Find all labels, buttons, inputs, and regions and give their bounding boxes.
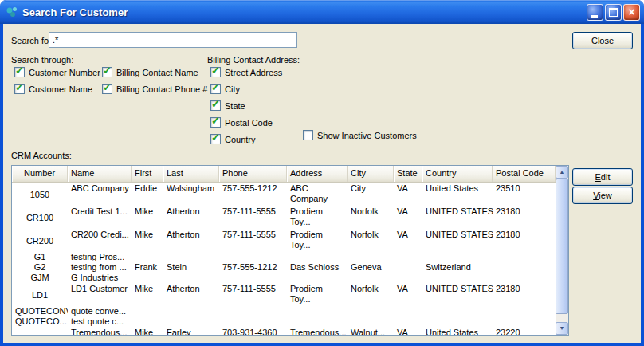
table-row[interactable]: LD1LD1 CustomerMikeAtherton757-111-5555P…	[12, 283, 556, 306]
cell-first	[132, 306, 163, 317]
view-button-label: View	[593, 191, 612, 200]
checkbox-customer-name[interactable]: ✓Customer Name	[14, 81, 100, 97]
cell-first	[132, 273, 163, 283]
check-icon: ✓	[211, 132, 220, 143]
search-through-col1: ✓Customer Number✓Customer Name	[14, 64, 100, 97]
cell-city	[348, 273, 394, 283]
titlebar[interactable]: Search For Customer ×	[0, 0, 644, 24]
checkbox-box[interactable]	[303, 130, 313, 140]
column-header-first[interactable]: First	[132, 166, 163, 182]
checkbox-box[interactable]: ✓	[14, 67, 25, 77]
check-icon: ✓	[15, 82, 24, 92]
cell-last: Farley	[163, 327, 219, 335]
table-row[interactable]: Tremendous...MikeFarley703-931-4360Treme…	[12, 327, 556, 335]
cell-name: ABC Company	[68, 183, 132, 206]
checkbox-customer-number[interactable]: ✓Customer Number	[14, 64, 100, 81]
checkbox-box[interactable]: ✓	[210, 117, 221, 128]
checkbox-label: Postal Code	[225, 118, 273, 128]
column-header-number[interactable]: Number	[12, 166, 68, 182]
checkbox-box[interactable]: ✓	[102, 67, 112, 77]
cell-city: Norfolk	[348, 206, 394, 229]
checkbox-box[interactable]: ✓	[210, 134, 221, 144]
checkbox-street-address[interactable]: ✓Street Address	[210, 64, 282, 81]
table-row[interactable]: CR200CR200 Credi...MikeAtherton757-111-5…	[12, 229, 556, 252]
cell-phone	[219, 252, 287, 262]
cell-state: VA	[394, 327, 422, 335]
checkbox-show-inactive-customers[interactable]: Show Inactive Customers	[303, 127, 417, 144]
check-icon: ✓	[211, 99, 220, 109]
cell-country	[422, 306, 493, 317]
checkbox-billing-contact-name[interactable]: ✓Billing Contact Name	[102, 64, 207, 81]
window-controls: ×	[587, 4, 640, 21]
table-row[interactable]: QUOTECO...test quote c...	[12, 317, 556, 327]
cell-state	[394, 317, 422, 327]
table-row[interactable]: QUOTECONVquote conve...	[12, 306, 556, 317]
column-header-name[interactable]: Name	[68, 166, 132, 182]
cell-state	[394, 252, 422, 262]
scrollbar-thumb[interactable]	[556, 179, 568, 314]
cell-country: UNITED STATES	[422, 283, 493, 306]
checkbox-billing-contact-phone[interactable]: ✓Billing Contact Phone #	[102, 81, 207, 97]
cell-phone	[219, 273, 287, 283]
close-dialog-button[interactable]: Close	[572, 32, 633, 49]
vertical-scrollbar[interactable]: ▲ ▼	[556, 166, 568, 335]
search-input[interactable]	[49, 32, 297, 48]
table-row[interactable]: 1050ABC CompanyEddieWalsingham757-555-12…	[12, 183, 556, 206]
close-window-button[interactable]: ×	[623, 4, 640, 21]
checkbox-box[interactable]: ✓	[102, 84, 112, 94]
cell-last	[163, 306, 219, 317]
cell-state: VA	[394, 206, 422, 229]
crm-accounts-table: NumberNameFirstLastPhoneAddressCityState…	[11, 165, 569, 336]
checkbox-box[interactable]: ✓	[210, 84, 221, 94]
cell-number: GJM	[12, 273, 68, 283]
edit-button[interactable]: Edit	[572, 168, 633, 186]
cell-country: United States	[422, 183, 493, 206]
window-title: Search For Customer	[22, 6, 587, 18]
minimize-button[interactable]	[587, 4, 603, 21]
column-header-last[interactable]: Last	[163, 166, 219, 182]
billing-address-col: ✓Street Address✓City✓State✓Postal Code✓C…	[210, 64, 282, 147]
column-header-phone[interactable]: Phone	[219, 166, 287, 182]
table-row[interactable]: G1testing Pros...	[12, 252, 556, 262]
checkbox-city[interactable]: ✓City	[210, 81, 282, 97]
cell-last	[163, 273, 219, 283]
cell-country: Switzerland	[422, 262, 493, 273]
cell-address: ABC Company Street Addr...	[287, 183, 348, 206]
checkbox-box[interactable]: ✓	[210, 67, 221, 77]
table-row[interactable]: G2testing from ...FrankStein757-555-1212…	[12, 262, 556, 273]
table-row[interactable]: GJMG Industries	[12, 273, 556, 283]
search-through-col2: ✓Billing Contact Name✓Billing Contact Ph…	[102, 64, 207, 97]
cell-city: City	[348, 183, 394, 206]
cell-first: Mike	[132, 327, 163, 335]
cell-name: testing Pros...	[68, 252, 132, 262]
table-body: 1050ABC CompanyEddieWalsingham757-555-12…	[12, 183, 556, 335]
column-header-address[interactable]: Address	[287, 166, 348, 182]
check-icon: ✓	[103, 82, 112, 92]
checkbox-box[interactable]: ✓	[14, 84, 25, 94]
column-header-country[interactable]: Country	[422, 166, 493, 182]
cell-city: Norfolk	[348, 283, 394, 306]
app-gears-icon	[5, 5, 19, 19]
scrollbar-track[interactable]	[556, 179, 568, 322]
cell-postal-code	[493, 252, 556, 262]
checkbox-state[interactable]: ✓State	[210, 97, 282, 114]
close-dialog-label: Close	[591, 36, 614, 45]
scroll-down-button[interactable]: ▼	[556, 322, 568, 335]
table-row[interactable]: CR100Credit Test 1...MikeAtherton757-111…	[12, 206, 556, 229]
cell-country	[422, 317, 493, 327]
crm-accounts-label: CRM Accounts:	[11, 151, 72, 160]
cell-name: quote conve...	[68, 306, 132, 317]
cell-country: United States	[422, 327, 493, 335]
scroll-up-button[interactable]: ▲	[556, 166, 568, 179]
cell-postal-code	[493, 317, 556, 327]
column-header-postal-code[interactable]: Postal Code	[493, 166, 556, 182]
maximize-button[interactable]	[605, 4, 622, 21]
view-button[interactable]: View	[572, 187, 633, 204]
checkbox-country[interactable]: ✓Country	[210, 131, 282, 147]
cell-first: Eddie	[132, 183, 163, 206]
cell-postal-code: 23180	[493, 229, 556, 252]
checkbox-box[interactable]: ✓	[210, 100, 221, 111]
column-header-state[interactable]: State	[394, 166, 422, 182]
column-header-city[interactable]: City	[348, 166, 394, 182]
checkbox-postal-code[interactable]: ✓Postal Code	[210, 114, 282, 131]
